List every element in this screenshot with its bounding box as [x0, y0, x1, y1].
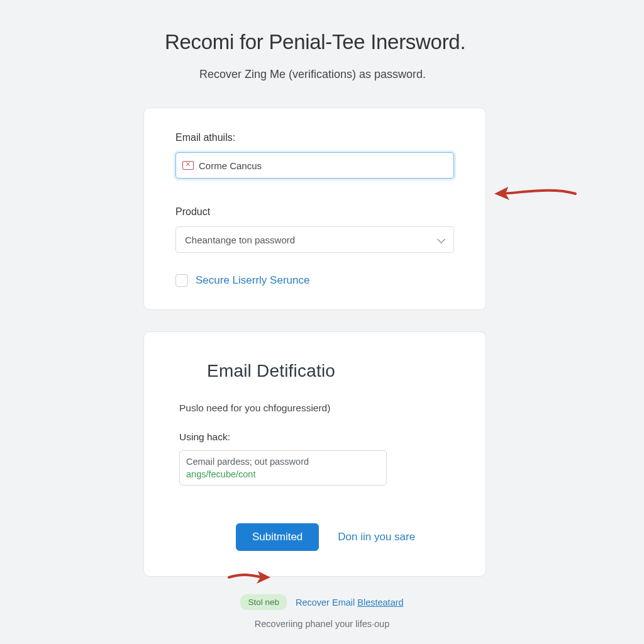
card-verification: Email Detificatio Puslo need for you chf… — [143, 331, 486, 577]
footer-link-prefix: Recover Email — [296, 597, 357, 608]
card-account: Email athuils: Product Cheantange ton pa… — [143, 108, 486, 310]
annotation-arrow-email — [491, 178, 579, 209]
textarea-line1: Cemail pardess; out password — [186, 456, 380, 469]
mail-icon — [182, 161, 194, 170]
footer-line2: Recoveriing phanel your lifes·oup — [255, 619, 389, 629]
email-label: Email athuils: — [175, 132, 454, 143]
verification-title: Email Detificatio — [207, 361, 486, 381]
footer-link-underlined: Blesteatard — [357, 597, 403, 608]
using-label: Using hack: — [179, 431, 450, 443]
textarea-line2: angs/fecube/cont — [186, 469, 380, 481]
chevron-down-icon — [437, 236, 445, 243]
status-badge: Stol neb — [240, 594, 287, 610]
secure-checkbox-label[interactable]: Secure Liserrly Serunce — [196, 274, 309, 287]
product-selected-value: Cheantange ton password — [185, 235, 295, 245]
secure-checkbox[interactable] — [175, 274, 188, 287]
secondary-link[interactable]: Don iin you sare — [338, 531, 415, 543]
submit-button[interactable]: Subitmited — [236, 523, 319, 551]
email-input-wrap[interactable] — [175, 152, 454, 179]
footer: Stol neb Recover Email Blesteatard Recov… — [0, 594, 644, 629]
email-input[interactable] — [194, 160, 447, 171]
page-subtitle: Recover Zing Me (verifications) as passw… — [199, 68, 508, 81]
footer-link[interactable]: Recover Email Blesteatard — [296, 597, 404, 608]
product-label: Product — [175, 206, 454, 218]
details-textarea[interactable]: Cemail pardess; out password angs/fecube… — [179, 450, 387, 486]
verification-subtitle: Puslo need for you chfoguressierd) — [179, 402, 450, 414]
product-select[interactable]: Cheantange ton password — [175, 226, 454, 253]
page-title: Recomi for Penial-Tee Inersword. — [165, 30, 508, 54]
